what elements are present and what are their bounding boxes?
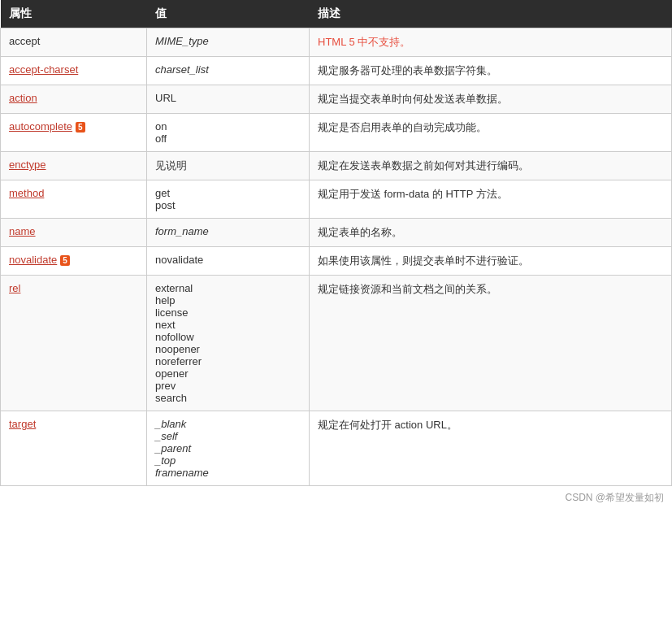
value-item: external: [155, 282, 193, 294]
attr-link[interactable]: enctype: [9, 159, 46, 171]
table-row-value: MIME_type: [147, 28, 310, 57]
table-row-value: charset_list: [147, 57, 310, 85]
table-row-desc: 如果使用该属性，则提交表单时不进行验证。: [310, 247, 672, 276]
value-item: off: [155, 133, 167, 145]
value-item: form_name: [155, 225, 209, 237]
header-attr: 属性: [1, 0, 147, 28]
table-row-desc: 规定用于发送 form-data 的 HTTP 方法。: [310, 180, 672, 219]
html5-badge: 5: [76, 122, 85, 133]
value-item: opener: [155, 367, 188, 380]
value-item: noreferrer: [155, 355, 202, 367]
value-item: search: [155, 392, 187, 404]
value-item: _top: [155, 454, 176, 467]
table-row-attr: accept: [1, 28, 147, 57]
value-item: URL: [155, 92, 176, 104]
table-row-attr[interactable]: target: [1, 411, 147, 486]
value-item: _parent: [155, 442, 191, 454]
watermark: CSDN @希望发量如初: [0, 486, 672, 510]
value-item: framename: [155, 467, 209, 479]
attr-link[interactable]: action: [9, 92, 37, 104]
table-row-attr[interactable]: action: [1, 85, 147, 114]
attr-link[interactable]: novalidate: [9, 254, 57, 266]
table-row-value: 见说明: [147, 152, 310, 180]
table-row-value: _blank_self_parent_topframename: [147, 411, 310, 486]
value-item: post: [155, 199, 176, 211]
table-row-attr[interactable]: autocomplete5: [1, 114, 147, 152]
value-item: _self: [155, 430, 177, 442]
table-row-value: URL: [147, 85, 310, 114]
table-row-attr[interactable]: method: [1, 180, 147, 219]
table-row-desc: 规定当提交表单时向何处发送表单数据。: [310, 85, 672, 114]
value-item: help: [155, 294, 176, 306]
table-row-desc: 规定服务器可处理的表单数据字符集。: [310, 57, 672, 85]
attr-link[interactable]: rel: [9, 282, 20, 294]
table-row-attr[interactable]: enctype: [1, 152, 147, 180]
attr-link[interactable]: target: [9, 418, 36, 430]
table-row-attr[interactable]: novalidate5: [1, 247, 147, 276]
table-row-attr[interactable]: accept-charset: [1, 57, 147, 85]
value-item: MIME_type: [155, 35, 209, 47]
table-row-attr[interactable]: name: [1, 219, 147, 247]
value-item: next: [155, 319, 176, 331]
value-item: _blank: [155, 418, 186, 430]
table-row-value: onoff: [147, 114, 310, 152]
attr-link[interactable]: autocomplete: [9, 120, 72, 133]
header-desc: 描述: [310, 0, 672, 28]
value-item: on: [155, 120, 167, 133]
table-row-value: externalhelplicensenextnofollownoopenern…: [147, 276, 310, 411]
value-item: noopener: [155, 343, 200, 355]
attr-link[interactable]: accept-charset: [9, 63, 78, 76]
value-item: novalidate: [155, 254, 203, 266]
value-item: license: [155, 306, 188, 319]
table-row-desc: 规定链接资源和当前文档之间的关系。: [310, 276, 672, 411]
attr-link[interactable]: name: [9, 225, 36, 237]
table-row-desc: 规定在何处打开 action URL。: [310, 411, 672, 486]
value-item: prev: [155, 380, 176, 392]
value-item: nofollow: [155, 331, 194, 343]
table-row-desc: HTML 5 中不支持。: [310, 28, 672, 57]
attr-link[interactable]: method: [9, 187, 44, 199]
table-row-desc: 规定表单的名称。: [310, 219, 672, 247]
value-item: charset_list: [155, 63, 209, 76]
table-row-desc: 规定是否启用表单的自动完成功能。: [310, 114, 672, 152]
table-row-desc: 规定在发送表单数据之前如何对其进行编码。: [310, 152, 672, 180]
table-row-value: getpost: [147, 180, 310, 219]
header-val: 值: [147, 0, 310, 28]
html5-badge: 5: [60, 255, 70, 266]
table-row-value: novalidate: [147, 247, 310, 276]
value-item: get: [155, 187, 170, 199]
table-row-attr[interactable]: rel: [1, 276, 147, 411]
table-row-value: form_name: [147, 219, 310, 247]
value-item: 见说明: [155, 159, 187, 172]
